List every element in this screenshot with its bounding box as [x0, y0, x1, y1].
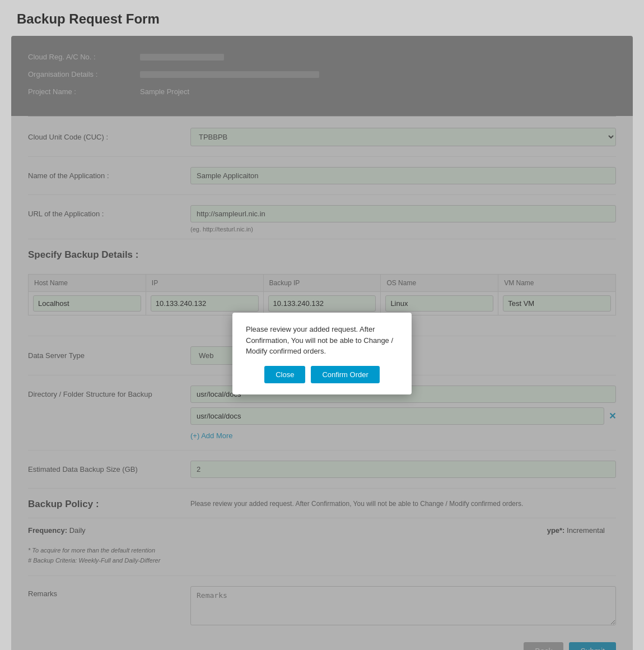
modal-message: Please review your added request. After …	[246, 324, 398, 357]
close-modal-button[interactable]: Close	[264, 366, 305, 383]
form-container: Cloud Reg. A/C No. : Organisation Detail…	[11, 36, 633, 650]
page-title: Backup Request Form	[11, 11, 633, 27]
modal-buttons: Close Confirm Order	[246, 366, 398, 383]
modal-overlay: Please review your added request. After …	[11, 36, 633, 650]
modal-box: Please review your added request. After …	[232, 313, 412, 394]
confirm-order-button[interactable]: Confirm Order	[311, 366, 379, 383]
